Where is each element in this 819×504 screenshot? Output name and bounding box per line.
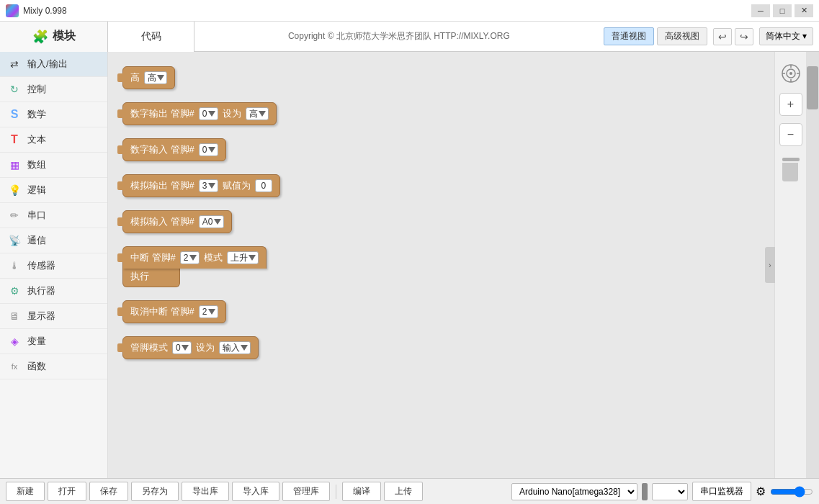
block-row-analog-in: 模拟输入 管脚# A0A1A2A3 (122, 210, 792, 233)
header: 🧩 模块 代码 Copyright © 北京师范大学米思齐团队 HTTP://M… (0, 22, 819, 52)
upload-button[interactable]: 上传 (384, 482, 423, 501)
advanced-view-button[interactable]: 高级视图 (657, 27, 707, 45)
delete-button[interactable] (782, 158, 800, 181)
new-button[interactable]: 新建 (6, 482, 45, 501)
block-digital-out[interactable]: 数字输出 管脚# 0123 设为 高低 (122, 102, 277, 125)
sidebar-item-variable-label: 变量 (27, 335, 46, 348)
code-tab[interactable]: 代码 (108, 22, 194, 52)
export-lib-button[interactable]: 导出库 (182, 482, 229, 501)
sidebar-item-text[interactable]: T 文本 (0, 127, 107, 153)
manage-lib-button[interactable]: 管理库 (282, 482, 330, 501)
blocks-tab[interactable]: 🧩 模块 (0, 22, 108, 52)
sidebar-item-communication[interactable]: 📡 通信 (0, 228, 107, 253)
sidebar: ⇄ 输入/输出 ↻ 控制 S 数学 T 文本 ▦ 数组 💡 逻辑 ✏ 串口 📡 (0, 52, 108, 478)
block-high-label: 高 (130, 71, 140, 84)
sidebar-item-array-label: 数组 (27, 158, 46, 171)
sidebar-item-logic[interactable]: 💡 逻辑 (0, 178, 107, 203)
block-high-dropdown[interactable]: 高 低 (144, 71, 167, 84)
sidebar-item-variable[interactable]: ◈ 变量 (0, 329, 107, 354)
board-selector[interactable]: Arduino Nano[atmega328] Arduino Uno (511, 483, 637, 500)
sidebar-item-sensor[interactable]: 🌡 传感器 (0, 253, 107, 279)
serial-icon: ✏ (7, 208, 22, 222)
title-bar: Mixly 0.998 ─ □ ✕ (0, 0, 819, 22)
sidebar-item-array[interactable]: ▦ 数组 (0, 153, 107, 178)
maximize-button[interactable]: □ (773, 4, 792, 17)
block-interrupt-mode[interactable]: 上升下降变化 (227, 251, 259, 264)
panel-toggle[interactable]: › (765, 247, 775, 283)
settings-icon[interactable]: ⚙ (756, 485, 766, 498)
redo-button[interactable]: ↪ (735, 28, 753, 45)
block-analog-in-pin[interactable]: A0A1A2A3 (199, 215, 224, 228)
block-pin-mode[interactable]: 管脚模式 012 设为 输入输出 (122, 336, 259, 359)
block-pin-mode-pin[interactable]: 012 (172, 341, 192, 354)
sidebar-item-io-label: 输入/输出 (27, 58, 68, 71)
block-pin-mode-value[interactable]: 输入输出 (219, 341, 251, 354)
block-digital-in[interactable]: 数字输入 管脚# 012 (122, 138, 226, 161)
block-analog-in[interactable]: 模拟输入 管脚# A0A1A2A3 (122, 210, 232, 233)
logic-icon: 💡 (7, 183, 22, 197)
block-digital-out-label1: 数字输出 管脚# (130, 107, 194, 120)
block-row-high: 高 高 低 (122, 66, 792, 89)
block-interrupt-header[interactable]: 中断 管脚# 23 模式 上升下降变化 (122, 246, 267, 269)
zoom-in-button[interactable]: + (779, 93, 802, 116)
sidebar-item-control[interactable]: ↻ 控制 (0, 77, 107, 102)
sidebar-item-function[interactable]: fx 函数 (0, 354, 107, 379)
normal-view-button[interactable]: 普通视图 (604, 27, 654, 45)
zoom-slider[interactable] (770, 486, 813, 498)
block-analog-out-value[interactable]: 0 (255, 179, 272, 192)
canvas-area[interactable]: 高 高 低 数字输出 管脚# 0123 设为 高低 (108, 52, 819, 478)
math-icon: S (7, 107, 22, 122)
sidebar-item-display-label: 显示器 (27, 310, 55, 323)
sidebar-item-math[interactable]: S 数学 (0, 102, 107, 127)
block-pin-mode-label2: 设为 (196, 341, 215, 354)
block-cancel-interrupt-pin[interactable]: 23 (199, 305, 218, 318)
app-logo (6, 4, 19, 17)
port-selector[interactable]: COM1 COM3 (652, 483, 688, 500)
vertical-scrollbar[interactable] (806, 52, 819, 478)
minimize-button[interactable]: ─ (751, 4, 770, 17)
zoom-out-button[interactable]: − (779, 123, 802, 146)
actuator-icon: ⚙ (7, 284, 22, 298)
block-digital-out-pin[interactable]: 0123 (199, 107, 218, 120)
block-cancel-interrupt[interactable]: 取消中断 管脚# 23 (122, 300, 226, 323)
sidebar-item-logic-label: 逻辑 (27, 184, 46, 197)
sidebar-item-math-label: 数学 (27, 108, 46, 121)
sidebar-item-display[interactable]: 🖥 显示器 (0, 304, 107, 329)
block-digital-out-value[interactable]: 高低 (246, 107, 269, 120)
sidebar-item-io[interactable]: ⇄ 输入/输出 (0, 52, 107, 77)
block-digital-in-pin[interactable]: 012 (199, 143, 218, 156)
undo-button[interactable]: ↩ (713, 28, 732, 45)
code-tab-label: 代码 (141, 30, 161, 43)
block-analog-out-label1: 模拟输出 管脚# (130, 179, 194, 192)
serial-monitor-button[interactable]: 串口监视器 (692, 482, 751, 501)
open-button[interactable]: 打开 (48, 482, 86, 501)
close-button[interactable]: ✕ (795, 4, 813, 17)
block-row-interrupt: 中断 管脚# 23 模式 上升下降变化 执行 (122, 246, 792, 287)
language-selector[interactable]: 简体中文 ▾ (759, 27, 813, 45)
window-controls: ─ □ ✕ (751, 4, 813, 17)
sidebar-item-function-label: 函数 (27, 360, 46, 373)
sidebar-item-serial[interactable]: ✏ 串口 (0, 203, 107, 228)
block-high[interactable]: 高 高 低 (122, 66, 175, 89)
compile-button[interactable]: 编译 (342, 482, 381, 501)
save-button[interactable]: 保存 (89, 482, 128, 501)
save-as-button[interactable]: 另存为 (131, 482, 179, 501)
blocks-tab-label: 模块 (53, 29, 76, 44)
toolbar-right: Arduino Nano[atmega328] Arduino Uno COM1… (511, 482, 813, 501)
block-analog-out-pin[interactable]: 3569 (199, 179, 218, 192)
block-row-pin-mode: 管脚模式 012 设为 输入输出 (122, 336, 792, 359)
title-bar-left: Mixly 0.998 (6, 4, 67, 17)
import-lib-button[interactable]: 导入库 (232, 482, 279, 501)
block-analog-out[interactable]: 模拟输出 管脚# 3569 赋值为 0 (122, 174, 280, 197)
app-title: Mixly 0.998 (23, 6, 67, 16)
display-icon: 🖥 (7, 309, 22, 323)
target-icon[interactable] (781, 63, 801, 86)
array-icon: ▦ (7, 158, 22, 172)
canvas-inner: 高 高 低 数字输出 管脚# 0123 设为 高低 (108, 52, 806, 478)
block-interrupt-pin[interactable]: 23 (180, 251, 200, 264)
sidebar-item-control-label: 控制 (27, 83, 46, 96)
board-dropdown-btn[interactable] (642, 483, 648, 500)
sidebar-item-actuator[interactable]: ⚙ 执行器 (0, 279, 107, 304)
block-row-digital-out: 数字输出 管脚# 0123 设为 高低 (122, 102, 792, 125)
svg-point-2 (789, 72, 792, 75)
